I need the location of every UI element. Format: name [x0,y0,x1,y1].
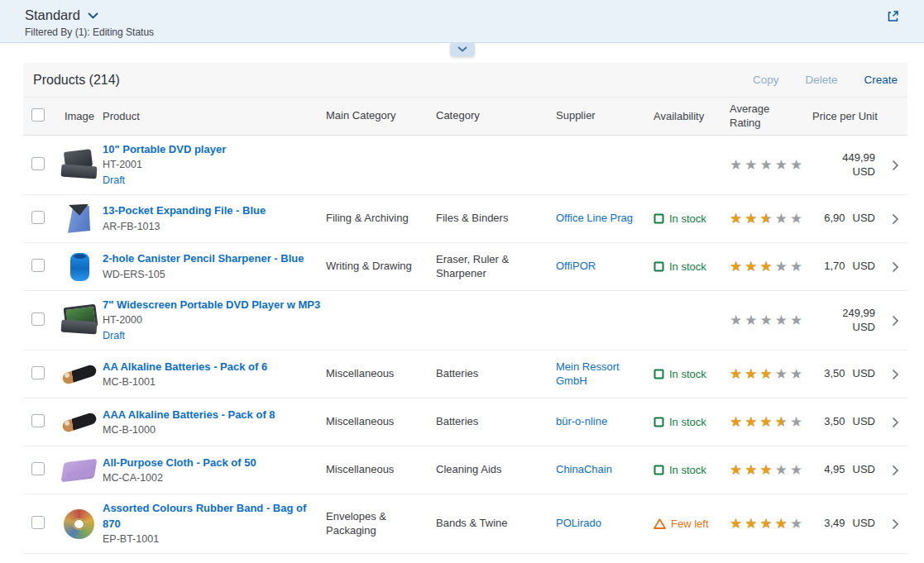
delete-button[interactable]: Delete [805,74,837,86]
product-cell: 13-Pocket Expanding File - Blue AR-FB-10… [103,203,326,234]
product-id: AR-FB-1013 [103,220,321,235]
category-cell: Eraser, Ruler & Sharpener [436,253,556,281]
row-navigation-button[interactable] [892,369,899,380]
table-row[interactable]: AA Alkaline Batteries - Pack of 6 MC-B-1… [23,351,907,398]
row-navigation-button[interactable] [892,518,899,530]
price-value: 3,50 [824,367,845,381]
table-row[interactable]: 7" Widescreen Portable DVD Player w MP3 … [23,291,907,351]
rating-stars: ★★★★★ [730,313,805,327]
product-image [60,455,98,486]
row-navigation-button[interactable] [892,160,899,171]
row-checkbox[interactable] [31,211,45,224]
product-image [60,150,98,181]
availability-cell: In stock [654,416,730,428]
product-image [60,305,98,336]
product-cell: AA Alkaline Batteries - Pack of 6 MC-B-1… [103,360,326,390]
filter-bar: Standard Filtered By (1): Editing Status [0,0,924,43]
row-navigation-chevron-icon [892,518,899,530]
product-id: MC-CA-1002 [103,471,321,486]
table-row[interactable]: Assorted Colours Rubber Band - Bag of 87… [23,494,907,554]
row-checkbox[interactable] [31,313,45,326]
category-cell: Batteries [436,367,556,381]
product-title-link[interactable]: All-Purpose Cloth - Pack of 50 [103,456,321,470]
availability-cell: In stock [654,464,730,476]
share-button[interactable] [886,9,900,23]
product-cell: 10" Portable DVD player HT-2001 Draft [103,142,326,188]
product-title-link[interactable]: 13-Pocket Expanding File - Blue [103,203,321,218]
row-navigation-button[interactable] [892,465,899,476]
table-row[interactable]: 2-hole Canister Pencil Sharpener - Blue … [23,243,907,291]
main-category-cell: Filing & Archiving [326,212,436,226]
row-checkbox[interactable] [31,259,45,272]
copy-button[interactable]: Copy [753,74,779,86]
row-navigation-button[interactable] [892,213,899,225]
variant-selector[interactable]: Standard [25,7,98,23]
product-status-draft: Draft [103,174,321,188]
table-row[interactable]: Black Bottom Paper Carrier - Pack of 250… [23,554,907,563]
supplier-link[interactable]: Office Line Prag [556,212,633,224]
price-currency: USD [853,321,875,335]
supplier-link[interactable]: ChinaChain [556,463,612,475]
variant-title: Standard [25,7,80,23]
price-value: 1,70 [824,260,845,274]
supplier-link[interactable]: POLirado [556,517,601,529]
column-header-product[interactable]: Product [103,110,326,122]
price-cell: 3,50 USD [812,415,875,429]
row-checkbox[interactable] [31,516,45,529]
availability-cell: In stock [654,368,730,380]
row-navigation-chevron-icon [892,213,899,225]
table-header-row: Image Product Main Category Category Sup… [23,98,907,136]
price-cell: 249,99 USD [812,307,875,335]
row-navigation-chevron-icon [892,315,899,327]
supplier-link[interactable]: OffiPOR [556,260,596,272]
product-title-link[interactable]: 2-hole Canister Pencil Sharpener - Blue [103,251,321,266]
table-row[interactable]: All-Purpose Cloth - Pack of 50 MC-CA-100… [23,446,907,494]
price-currency: USD [853,212,875,226]
price-currency: USD [853,165,875,179]
row-checkbox[interactable] [31,157,45,170]
product-title-link[interactable]: 10" Portable DVD player [103,142,321,157]
price-value: 449,99 [842,151,875,165]
table-row[interactable]: 10" Portable DVD player HT-2001 Draft ★★… [23,136,907,195]
table-row[interactable]: AAA Alkaline Batteries - Pack of 8 MC-B-… [23,398,907,446]
row-navigation-button[interactable] [892,417,899,428]
price-cell: 1,70 USD [812,260,875,274]
few-left-warning-icon [654,518,666,529]
column-header-image[interactable]: Image [56,110,103,122]
product-cell: 7" Widescreen Portable DVD Player w MP3 … [103,298,326,343]
supplier-link[interactable]: Mein Ressort GmbH [556,360,620,387]
column-header-average-rating[interactable]: Average Rating [730,103,812,130]
product-title-link[interactable]: AAA Alkaline Batteries - Pack of 8 [103,408,321,422]
price-value: 6,90 [824,212,845,226]
column-header-availability[interactable]: Availability [654,110,730,122]
create-button[interactable]: Create [864,74,898,86]
availability-label: Few left [671,518,709,530]
column-header-category[interactable]: Category [436,109,556,123]
row-navigation-button[interactable] [892,261,899,273]
price-value: 3,49 [824,517,845,531]
product-title-link[interactable]: Assorted Colours Rubber Band - Bag of 87… [103,501,321,531]
product-title-link[interactable]: AA Alkaline Batteries - Pack of 6 [103,360,321,375]
table-row[interactable]: 13-Pocket Expanding File - Blue AR-FB-10… [23,195,907,243]
row-checkbox[interactable] [31,366,45,379]
supplier-link[interactable]: bür-o-nline [556,415,607,427]
product-image [60,203,98,235]
product-id: HT-2001 [103,158,321,173]
row-checkbox[interactable] [31,462,45,475]
column-header-price-per-unit[interactable]: Price per Unit [812,110,887,122]
expand-filter-bar-button[interactable] [450,42,475,56]
column-header-main-category[interactable]: Main Category [326,109,436,123]
product-list-page: Standard Filtered By (1): Editing Status… [0,0,924,563]
product-title-link[interactable]: 7" Widescreen Portable DVD Player w MP3 [103,298,321,313]
in-stock-icon [654,417,664,427]
column-header-supplier[interactable]: Supplier [556,109,654,123]
row-checkbox[interactable] [31,414,45,427]
select-all-checkbox[interactable] [31,108,45,122]
filtered-by-text: Filtered By (1): Editing Status [25,26,924,38]
price-value: 3,50 [824,415,845,429]
rating-stars: ★★★★★★★★ [730,367,805,381]
product-image [60,251,98,283]
row-navigation-button[interactable] [892,315,899,327]
price-cell: 3,50 USD [812,367,875,381]
rating-stars: ★★★★★ [730,158,805,172]
